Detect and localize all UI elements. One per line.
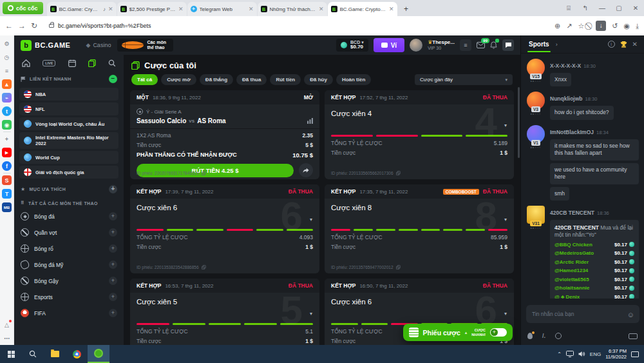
reload-icon[interactable]: ↻ <box>31 21 37 30</box>
mail-button[interactable]: 99 <box>477 42 485 48</box>
match-row[interactable]: Sassuolo Calcio vs AS Roma <box>130 115 319 129</box>
new-tab-button[interactable]: + <box>401 3 412 15</box>
browser-tab[interactable]: B BC.Game: Crypto Casino ♪ ✕ <box>47 2 117 16</box>
filter-pill[interactable]: Đã thắng <box>200 74 233 85</box>
expand-plus-icon[interactable]: + <box>109 277 117 285</box>
filter-pill[interactable]: Hoàn tiền <box>336 74 371 85</box>
alerts-rail-icon[interactable]: △ <box>2 320 12 329</box>
browser-tab[interactable]: B BC.Game: Crypto Casino Ga ✕ <box>328 2 397 16</box>
coccoc-taskbar-button[interactable] <box>88 345 109 363</box>
wallet-button[interactable]: Ví <box>374 38 404 52</box>
address-bar[interactable]: bc.game/vi/sports?bt-path=%2Fbets <box>43 19 549 32</box>
copy-icon[interactable] <box>202 171 206 175</box>
expand-plus-icon[interactable]: + <box>109 212 117 221</box>
share-icon[interactable]: ↗ <box>566 22 572 30</box>
downloads-icon[interactable]: ⤓ <box>636 22 639 30</box>
add-favorite-button[interactable]: + <box>109 185 117 193</box>
language-indicator[interactable]: ENG <box>590 351 601 357</box>
minimize-button[interactable]: — <box>594 0 611 16</box>
expand-caret-icon[interactable]: ▾ <box>504 311 507 317</box>
nav-sports[interactable]: Các môn thể thao <box>117 39 173 52</box>
my-bets-icon[interactable] <box>88 59 96 67</box>
bank-rail-icon[interactable]: MB <box>2 202 12 212</box>
profile-icon[interactable]: ◉ <box>624 22 630 30</box>
clock[interactable]: 6:37 PM 11/9/2022 <box>605 348 627 360</box>
sync-icon[interactable]: ↺ <box>612 22 618 30</box>
forward-icon[interactable]: → <box>18 21 26 30</box>
quick-link-item[interactable]: NBA <box>19 88 118 101</box>
save-page-icon[interactable]: ⊕ <box>554 22 560 30</box>
coccoc-menu-button[interactable]: cốc cốc <box>3 2 43 14</box>
user-avatar[interactable] <box>410 39 422 52</box>
tip-recipient[interactable]: @holaitsannie <box>554 285 589 291</box>
quick-link-item[interactable]: Vòng loại World Cup, châu Âu <box>19 117 118 130</box>
filter-pill[interactable]: Tất cả <box>131 74 158 85</box>
sort-dropdown[interactable]: Cược gần đây▾ <box>415 74 513 85</box>
shopee-rail-icon[interactable]: S <box>2 175 12 185</box>
quick-link-item[interactable]: Intel Extreme Masters Rio Major 2022 <box>19 132 118 149</box>
rain-icon[interactable] <box>527 333 533 339</box>
quick-bet-toggle[interactable] <box>490 328 507 337</box>
tip-recipient[interactable]: @violetta6565 <box>554 277 589 282</box>
home-icon[interactable] <box>22 59 30 67</box>
tab-restore-icon[interactable]: ↰ <box>577 0 594 16</box>
expand-caret-icon[interactable]: ▾ <box>310 311 312 317</box>
sidebar-sport-football[interactable]: Bóng đá + <box>14 208 124 224</box>
download-active-icon[interactable]: ↓ <box>596 21 606 31</box>
taskbar-search-button[interactable] <box>22 345 44 363</box>
notifications-button[interactable] <box>490 41 497 49</box>
sidebar-sport-esports[interactable]: Esports + <box>14 289 124 305</box>
collapse-quick-links-button[interactable]: − <box>109 75 117 83</box>
share-button[interactable] <box>299 163 313 177</box>
facebook-rail-icon[interactable]: f <box>2 161 12 171</box>
expand-plus-icon[interactable]: + <box>109 293 117 301</box>
volume-icon[interactable] <box>578 351 585 357</box>
bcgame-logo[interactable]: b BC.GAME <box>21 40 70 51</box>
chat-close-icon[interactable]: ✕ <box>632 41 638 48</box>
news-rail-icon[interactable]: ≡ <box>2 66 12 75</box>
chat-username[interactable]: 420CB TENCENT <box>550 210 594 216</box>
copy-icon[interactable] <box>396 265 401 270</box>
expand-plus-icon[interactable]: + <box>109 228 117 237</box>
display-icon[interactable] <box>566 351 574 357</box>
chat-tab-sports[interactable]: Sports <box>527 36 551 52</box>
chat-username[interactable]: X-X-X-X-X-X <box>550 63 581 69</box>
expand-caret-icon[interactable]: ▾ <box>504 217 507 222</box>
sidebar-sport-fifa[interactable]: FIFA + <box>14 305 124 321</box>
currency-selector[interactable]: BCD ▾ $0.70 <box>336 39 368 52</box>
maximize-button[interactable]: ▢ <box>611 0 627 16</box>
settings-rail-icon[interactable]: ⚙ <box>2 39 12 48</box>
chevron-right-icon[interactable]: › <box>556 41 558 48</box>
close-button[interactable]: ✕ <box>627 0 644 16</box>
keyboard-icon[interactable] <box>629 333 638 339</box>
browser-tab[interactable]: B Những Thử thách Hàng ngà ✕ <box>258 2 327 16</box>
live-icon[interactable]: LIVE <box>43 60 55 66</box>
tab-close-icon[interactable]: ✕ <box>319 6 324 12</box>
expand-plus-icon[interactable]: + <box>109 309 117 317</box>
tab-close-icon[interactable]: ✕ <box>389 6 394 12</box>
chat-rules-icon[interactable]: i <box>608 41 615 48</box>
sidebar-sport-cricket[interactable]: Bóng Gậy + <box>14 273 124 289</box>
schedule-icon[interactable] <box>68 59 76 67</box>
chrome-button[interactable] <box>66 345 88 363</box>
tab-close-icon[interactable]: ✕ <box>178 6 184 12</box>
tip-recipient[interactable]: @ ♣ Denix <box>554 294 580 299</box>
browser-tab[interactable]: ✈ Telegram Web ✕ <box>187 2 257 16</box>
chat-toggle-button[interactable] <box>502 39 514 51</box>
tab-close-icon[interactable]: ✕ <box>108 6 113 12</box>
betslip-button[interactable]: Phiếu cược ▴ CƯỢCNHANH! <box>403 324 513 341</box>
tab-audio-icon[interactable]: ♪ <box>103 6 106 12</box>
games-rail-icon[interactable]: ◉ <box>2 120 12 130</box>
hot-rail-icon[interactable]: ▲ <box>2 79 12 89</box>
expand-caret-icon[interactable]: ▾ <box>310 217 312 222</box>
tab-close-icon[interactable]: ✕ <box>249 6 254 12</box>
tip-coin-icon[interactable] <box>555 333 562 339</box>
tip-recipient[interactable]: @MedeirosGato <box>554 250 594 256</box>
youtube-rail-icon[interactable]: ▶ <box>2 148 12 157</box>
copy-icon[interactable] <box>396 171 401 175</box>
file-explorer-button[interactable] <box>44 345 66 363</box>
twitter-rail-icon[interactable]: t <box>2 106 12 116</box>
expand-caret-icon[interactable]: ▾ <box>504 123 507 128</box>
tip-recipient[interactable]: @BBQ Chicken <box>554 242 592 248</box>
chat-username[interactable]: ImNotBlackImOJ <box>550 129 594 135</box>
